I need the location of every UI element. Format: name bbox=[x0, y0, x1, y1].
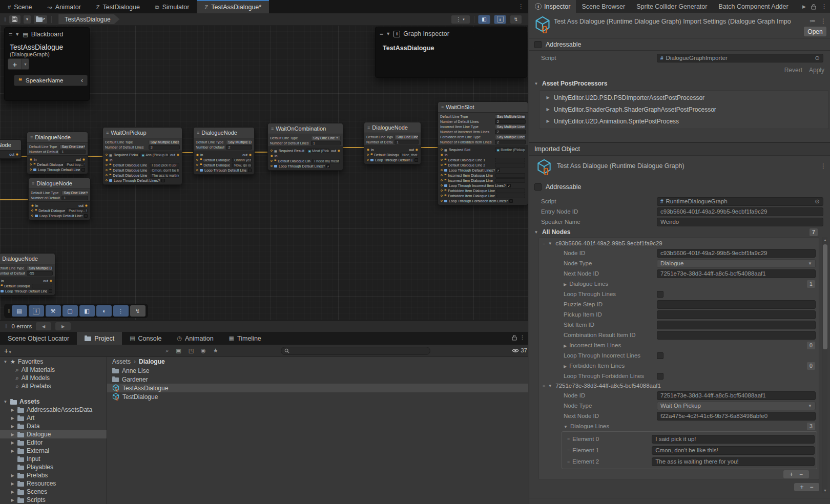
breadcrumb[interactable]: TestAssDialogue bbox=[58, 14, 119, 24]
entry-node-field[interactable]: c93b5606-401f-49a2-99b5-9ecbf1fa9c29 bbox=[657, 207, 823, 216]
output-port[interactable] bbox=[338, 150, 340, 152]
tab-console[interactable]: ▤Console bbox=[122, 332, 169, 345]
package-icon[interactable]: ▣ bbox=[176, 347, 181, 354]
string-port[interactable] bbox=[196, 164, 198, 166]
checkbox[interactable] bbox=[657, 291, 663, 298]
bool-port[interactable] bbox=[196, 169, 198, 171]
tab-sprite-collider-generator[interactable]: Sprite Collider Generator bbox=[631, 0, 713, 13]
postprocessor-row[interactable]: ▶UnityEditor.U2D.PSD.PSDImporterAssetPos… bbox=[540, 92, 828, 103]
blackboard-toggle[interactable]: ◧ bbox=[478, 15, 490, 24]
add-property-dropdown[interactable]: ▼ bbox=[22, 58, 29, 70]
tools-toggle[interactable]: ⚒ bbox=[46, 305, 61, 317]
text-field[interactable]: Cmon, don't be like this! bbox=[150, 168, 179, 173]
dialogue-node-2[interactable]: ≡DialogueNodeDefault Line TypeSay One Li… bbox=[28, 178, 91, 220]
bool-port[interactable] bbox=[441, 184, 443, 186]
prop-dropdown[interactable]: Say One Line▼ bbox=[59, 144, 86, 149]
checkbox[interactable] bbox=[657, 373, 663, 380]
tree-item-addressableassetsdata[interactable]: ▶AddressableAssetsData bbox=[0, 406, 107, 414]
drag-handle-icon[interactable]: = bbox=[543, 241, 545, 246]
string-port[interactable] bbox=[106, 164, 108, 166]
string-port[interactable] bbox=[106, 174, 108, 176]
prop-field[interactable]: 1 bbox=[61, 196, 88, 200]
foldout-closed-icon[interactable]: ▶ bbox=[564, 364, 567, 369]
scroll-up-icon[interactable]: ▲ bbox=[822, 238, 828, 242]
string-port[interactable] bbox=[441, 174, 443, 176]
prop-field[interactable]: 3 bbox=[149, 145, 180, 150]
object-field[interactable]: ▣Bonfire (Pickup Item Data)⊙ bbox=[495, 148, 525, 152]
foldout-closed-icon[interactable]: ▶ bbox=[10, 498, 15, 502]
string-port[interactable] bbox=[441, 179, 443, 181]
tab-animator[interactable]: ↝Animator bbox=[40, 0, 89, 13]
string-port[interactable] bbox=[441, 164, 443, 166]
tree-item-favorites[interactable]: ▼★Favorites bbox=[0, 358, 107, 366]
dialogue-node-5[interactable]: ≡DialogueNodeDefault Line TypeSay Multip… bbox=[0, 253, 55, 296]
blackboard-panel[interactable]: = ▼ ▤ Blackboard TestAssDialogue (Dialog… bbox=[4, 27, 90, 101]
tab-scene-browser[interactable]: Scene Browser bbox=[576, 0, 631, 13]
foldout-open-icon[interactable]: ▼ bbox=[548, 384, 552, 388]
prop-dropdown[interactable]: Say Multiple Lines▼ bbox=[495, 124, 526, 129]
dialogue-node-1[interactable]: ≡DialogueNodeDefault Line TypeSay One Li… bbox=[27, 132, 88, 174]
save-button[interactable] bbox=[9, 15, 21, 24]
tab-inspector[interactable]: iInspector bbox=[529, 0, 576, 13]
text-field[interactable]: Psst boy... W bbox=[67, 208, 88, 213]
foldout-closed-icon[interactable]: ▶ bbox=[564, 344, 567, 348]
output-port[interactable] bbox=[82, 158, 85, 161]
foldout-closed-icon[interactable]: ▶ bbox=[546, 119, 550, 123]
speaker-name-field[interactable]: Weirdo bbox=[657, 218, 823, 226]
text-field[interactable]: Ohhhh yea... bbox=[232, 158, 252, 162]
array-add-remove-buttons[interactable]: +− bbox=[783, 470, 809, 478]
toolbar-handle[interactable]: ‖ bbox=[8, 308, 9, 314]
string-port[interactable] bbox=[441, 195, 443, 197]
checkbox[interactable] bbox=[84, 214, 88, 218]
scroll-down-icon[interactable]: ▼ bbox=[822, 489, 828, 492]
tab-strip-menu-icon[interactable]: ⋮ bbox=[518, 3, 524, 10]
postprocessor-row[interactable]: ▶UnityEditor.ShaderGraph.ShaderGraphAsse… bbox=[540, 103, 828, 115]
foldout-closed-icon[interactable]: ▶ bbox=[10, 432, 15, 437]
tab-scene[interactable]: #Scene bbox=[0, 0, 40, 13]
window-toggle[interactable]: ▢ bbox=[63, 305, 78, 317]
bool-port[interactable] bbox=[30, 169, 32, 171]
tab-timeline[interactable]: ▦Timeline bbox=[221, 332, 269, 345]
prop-field[interactable]: 2 bbox=[495, 140, 526, 144]
foldout-open-icon[interactable]: ▼ bbox=[564, 425, 568, 429]
collapse-icon[interactable]: ▼ bbox=[15, 32, 19, 37]
remove-button[interactable]: − bbox=[810, 484, 814, 491]
foldout-closed-icon[interactable]: ▶ bbox=[10, 473, 15, 478]
scrollbar-thumb[interactable] bbox=[823, 244, 827, 349]
output-port[interactable] bbox=[177, 154, 179, 156]
drag-handle-icon[interactable]: = bbox=[9, 31, 12, 38]
prop-field[interactable]: 2 bbox=[495, 119, 526, 124]
hidden-count[interactable]: 37 bbox=[512, 347, 527, 353]
search-by-type-icon[interactable]: ⌕ bbox=[165, 347, 169, 354]
drag-handle-icon[interactable]: = bbox=[567, 459, 569, 464]
string-port[interactable] bbox=[31, 209, 33, 212]
create-asset-button[interactable]: +▼ bbox=[4, 347, 12, 355]
chevron-left-icon[interactable]: ‹ bbox=[81, 77, 83, 84]
alert-icon[interactable]: ◉ bbox=[201, 347, 206, 354]
prop-field[interactable]: 2 bbox=[495, 130, 526, 134]
object-picker-icon[interactable]: ⊙ bbox=[815, 54, 820, 61]
input-port[interactable] bbox=[271, 155, 273, 157]
toolbar-handle[interactable]: ‖ bbox=[4, 16, 6, 23]
panel-menu-icon[interactable]: ⋮ bbox=[520, 334, 525, 341]
object-picker-icon[interactable]: ⊙ bbox=[815, 198, 820, 205]
tree-item-external[interactable]: ▶External bbox=[0, 447, 107, 455]
text-field[interactable] bbox=[657, 300, 816, 309]
text-field[interactable] bbox=[495, 178, 525, 183]
object-field[interactable]: ▣Ass (Pickup Item Data)⊙ bbox=[139, 153, 169, 157]
tab-simulator[interactable]: ⧉Simulator bbox=[148, 0, 197, 13]
foldout-closed-icon[interactable]: ▶ bbox=[10, 440, 15, 445]
apply-button[interactable]: Apply bbox=[809, 67, 824, 74]
graph-inspector-panel[interactable]: = ▼ i Graph Inspector TestAssDialogue bbox=[375, 27, 527, 78]
tree-item-input[interactable]: Input bbox=[0, 455, 107, 463]
info-panel-toggle[interactable]: i bbox=[494, 15, 506, 24]
power-toggle[interactable]: ↯ bbox=[510, 15, 522, 24]
add-button[interactable]: + bbox=[790, 471, 793, 478]
kebab-icon[interactable]: ⋮ bbox=[821, 3, 827, 10]
addressable-checkbox[interactable] bbox=[534, 41, 542, 48]
text-field[interactable] bbox=[495, 163, 525, 167]
checkbox[interactable] bbox=[161, 179, 165, 182]
dialogue-node-3[interactable]: ≡DialogueNodeDefault Line TypeSay Multip… bbox=[193, 127, 255, 175]
text-field[interactable] bbox=[495, 158, 525, 162]
foldout-closed-icon[interactable]: ▶ bbox=[10, 449, 15, 453]
